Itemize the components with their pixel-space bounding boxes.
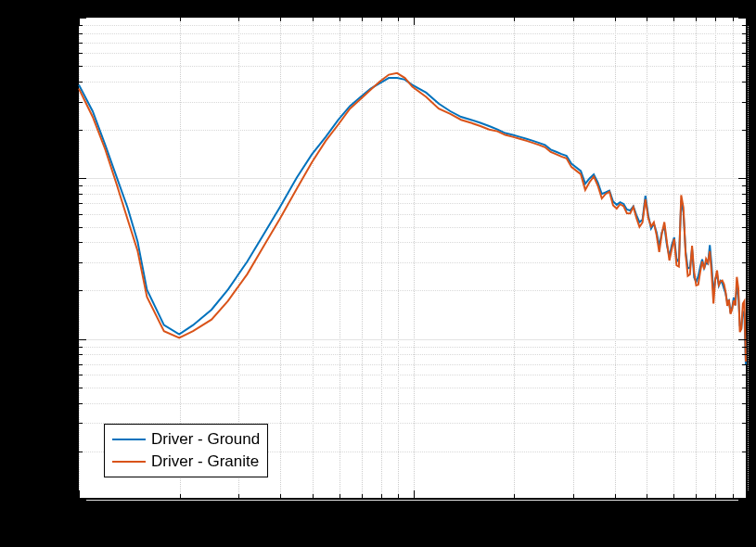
legend-swatch-0 [112,439,146,440]
ytick-label: 10-6 [45,490,73,511]
series-0 [79,78,746,364]
legend-label-0: Driver - Ground [151,430,260,449]
xtick-label: 102 [402,502,426,524]
legend: Driver - Ground Driver - Granite [104,424,268,477]
ytick-label: 10-4 [45,168,73,189]
series-1 [79,73,746,362]
legend-label-1: Driver - Granite [151,452,259,471]
legend-swatch-1 [112,461,146,463]
chart-plot-area: Driver - Ground Driver - Granite 1011021… [78,17,747,499]
legend-entry-0: Driver - Ground [112,428,260,451]
legend-entry-1: Driver - Granite [112,451,260,473]
ytick-label: 10-5 [45,328,73,350]
ytick-label: 10-3 [45,7,73,29]
xtick-label: 103 [736,502,756,524]
